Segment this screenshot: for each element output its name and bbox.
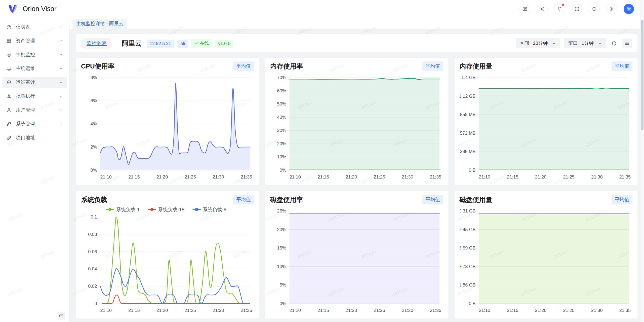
- svg-text:5%: 5%: [280, 282, 286, 288]
- sidebar-item-users[interactable]: 用户管理: [3, 104, 67, 116]
- svg-text:21:30: 21:30: [213, 308, 224, 313]
- theme-icon: [540, 6, 545, 12]
- scrollbar-thumb[interactable]: [641, 20, 643, 130]
- chart-canvas[interactable]: 0%5%10%15%20%25%21:1021:1521:2021:2521:3…: [270, 205, 443, 315]
- svg-text:30%: 30%: [277, 128, 286, 133]
- svg-text:21:20: 21:20: [535, 308, 546, 313]
- svg-text:50%: 50%: [277, 101, 286, 106]
- panel-header: 内存使用量平均值: [460, 61, 632, 71]
- brand: Orion Visor: [8, 4, 57, 14]
- main-area: 主机监控详情 - 阿里云 监控图表 阿里云 12.92.5.21ali在线v1.…: [69, 18, 644, 322]
- host-badge: v1.0.0: [215, 40, 233, 48]
- refresh-charts-button[interactable]: [610, 40, 618, 47]
- chart-list-button[interactable]: [622, 39, 632, 48]
- navbar-actions: 管: [519, 4, 634, 14]
- chart-canvas[interactable]: 0 B1.86 GB3.73 GB5.59 GB7.45 GB9.31 GB21…: [460, 205, 632, 315]
- svg-text:21:10: 21:10: [479, 174, 490, 180]
- chart-panel: 内存使用率平均值0%10%20%30%40%50%60%70%21:1021:1…: [265, 58, 448, 185]
- host-name: 阿里云: [122, 39, 142, 48]
- svg-text:21:30: 21:30: [213, 174, 224, 180]
- sidebar-item-batch[interactable]: 批量执行: [3, 91, 67, 102]
- user-avatar[interactable]: 管: [624, 4, 634, 14]
- sidebar-item-label: 系统管理: [16, 121, 59, 127]
- breadcrumb-tab[interactable]: 主机监控详情 - 阿里云: [72, 19, 127, 29]
- chart-canvas[interactable]: 0%2%4%6%8%21:1021:1521:2021:2521:3021:35: [81, 71, 254, 182]
- chart-canvas[interactable]: 0 B286 MB572 MB858 MB1.12 GB1.4 GB21:102…: [460, 71, 632, 182]
- window-select[interactable]: 窗口 1分钟: [564, 38, 606, 48]
- svg-text:21:15: 21:15: [507, 174, 518, 180]
- svg-text:20%: 20%: [277, 227, 286, 232]
- panel-header: 内存使用率平均值: [270, 61, 443, 71]
- settings-button[interactable]: [606, 4, 617, 14]
- host-badges: 12.92.5.21ali在线v1.0.0: [147, 39, 237, 48]
- svg-text:21:10: 21:10: [290, 174, 301, 180]
- chart-title: 系统负载: [81, 195, 107, 204]
- svg-text:21:10: 21:10: [100, 174, 111, 180]
- code-button[interactable]: [519, 4, 530, 14]
- chart-canvas[interactable]: 0%10%20%30%40%50%60%70%21:1021:1521:2021…: [270, 71, 443, 182]
- svg-text:0 B: 0 B: [469, 168, 475, 173]
- sidebar-item-audit[interactable]: 运维审计: [3, 77, 67, 88]
- monitor-chart-tab[interactable]: 监控图表: [82, 38, 112, 49]
- svg-text:4%: 4%: [90, 121, 97, 126]
- svg-text:7.45 GB: 7.45 GB: [460, 227, 476, 232]
- sidebar-item-link[interactable]: 项目地址: [3, 132, 67, 143]
- svg-text:21:15: 21:15: [507, 308, 518, 313]
- fullscreen-icon: [574, 6, 580, 12]
- refresh-button[interactable]: [589, 4, 600, 14]
- chevron-down-icon: [59, 25, 63, 29]
- svg-text:5.59 GB: 5.59 GB: [460, 245, 476, 251]
- chart-panel: CPU使用率平均值0%2%4%6%8%21:1021:1521:2021:252…: [76, 58, 259, 185]
- sidebar-item-label: 主机运维: [16, 65, 59, 72]
- sidebar-item-host-ops[interactable]: 主机运维: [3, 63, 67, 74]
- svg-text:20%: 20%: [277, 141, 286, 146]
- logo-icon: [8, 4, 19, 14]
- host-toolbar: 监控图表 阿里云 12.92.5.21ali在线v1.0.0 区间 30分钟 窗…: [76, 34, 637, 52]
- theme-button[interactable]: [537, 4, 548, 14]
- app-title: Orion Visor: [23, 5, 57, 13]
- panel-header: 系统负载平均值: [81, 195, 254, 204]
- sidebar-item-dashboard[interactable]: 仪表盘: [3, 21, 67, 32]
- interval-label: 区间: [519, 40, 529, 47]
- svg-text:60%: 60%: [277, 88, 286, 93]
- sidebar-item-label: 批量执行: [16, 93, 59, 99]
- svg-text:21:10: 21:10: [290, 308, 301, 313]
- svg-text:21:35: 21:35: [241, 174, 252, 180]
- svg-text:40%: 40%: [277, 115, 286, 120]
- sidebar-item-assets[interactable]: 资产管理: [3, 35, 67, 46]
- chart-title: 磁盘使用量: [460, 195, 492, 204]
- dashboard-icon: [6, 24, 12, 30]
- svg-text:21:35: 21:35: [430, 308, 441, 313]
- batch-icon: [6, 94, 12, 99]
- svg-text:21:25: 21:25: [563, 174, 574, 180]
- host-info: 监控图表 阿里云 12.92.5.21ali在线v1.0.0: [82, 38, 237, 49]
- page-scrollbar[interactable]: [640, 0, 644, 322]
- sidebar-collapse-button[interactable]: [57, 312, 65, 320]
- sidebar: 仪表盘资产管理主机监控主机运维运维审计批量执行用户管理系统管理项目地址: [0, 18, 69, 322]
- chart-title: 内存使用率: [270, 62, 303, 71]
- average-badge: 平均值: [233, 195, 254, 204]
- users-icon: [6, 108, 12, 113]
- chevron-down-icon: [548, 42, 556, 45]
- average-badge: 平均值: [612, 195, 632, 204]
- chart-canvas[interactable]: 00.020.040.060.080.121:1021:1521:2021:25…: [81, 205, 254, 315]
- notifications-button[interactable]: [554, 4, 565, 14]
- sidebar-item-system[interactable]: 系统管理: [3, 118, 67, 129]
- hamburger-icon: [625, 41, 630, 46]
- svg-text:21:30: 21:30: [402, 308, 413, 313]
- svg-text:1.86 GB: 1.86 GB: [460, 282, 476, 288]
- svg-text:系统负载-15: 系统负载-15: [158, 207, 185, 212]
- fullscreen-button[interactable]: [572, 4, 582, 14]
- svg-text:25%: 25%: [277, 208, 286, 213]
- sidebar-item-host-monitor[interactable]: 主机监控: [3, 49, 67, 60]
- chevron-down-icon: [594, 42, 602, 45]
- sidebar-item-label: 用户管理: [16, 107, 59, 113]
- sidebar-item-label: 运维审计: [16, 79, 59, 86]
- svg-text:10%: 10%: [277, 154, 286, 159]
- badge-text: 12.92.5.21: [150, 41, 171, 46]
- chevron-down-icon: [59, 122, 63, 126]
- interval-select[interactable]: 区间 30分钟: [516, 38, 560, 48]
- chart-panel: 系统负载平均值00.020.040.060.080.121:1021:1521:…: [76, 191, 259, 318]
- svg-text:6%: 6%: [90, 98, 97, 103]
- window-label: 窗口: [568, 40, 578, 47]
